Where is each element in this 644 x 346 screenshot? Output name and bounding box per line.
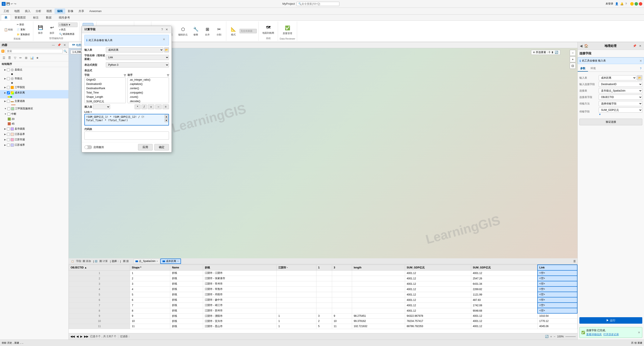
layer-item-45[interactable]: 45 xyxy=(0,121,68,126)
mode-btn[interactable]: 📐模式 xyxy=(228,25,239,37)
command-search-input[interactable] xyxy=(302,2,334,5)
layer-checkbox[interactable] xyxy=(7,91,10,94)
menu-edit[interactable]: 编辑 xyxy=(54,8,65,14)
menu-axwoman[interactable]: Axwoman xyxy=(87,9,104,14)
layer-checkbox[interactable] xyxy=(7,68,10,71)
detail-link[interactable]: 查看详细信息 xyxy=(586,333,602,336)
copy-btn[interactable]: 📄 复制 xyxy=(15,27,31,32)
layer-item-service-area[interactable]: ▼ 三甲医院服务区 xyxy=(0,106,68,111)
layer-checkbox[interactable] xyxy=(7,127,10,130)
ribbon-tab-label[interactable]: 标注 xyxy=(30,15,42,21)
zoom-out-btn[interactable]: − xyxy=(570,50,576,56)
table-row[interactable]: 88折线江阴市 - 苏州市4001.129048.68<空> xyxy=(69,308,578,313)
quality-btn[interactable]: ✅质量管理 xyxy=(281,24,294,36)
user-btn[interactable]: 👤 xyxy=(615,2,618,5)
layer-item-hospital[interactable]: ▶ 三甲医院 xyxy=(0,85,68,90)
prev-btn[interactable]: ◀ xyxy=(76,335,78,338)
ribbon-tab-table[interactable]: 表 xyxy=(1,15,11,21)
save-edits-btn[interactable]: 💾保存 xyxy=(35,23,46,36)
col-1[interactable]: 1 xyxy=(316,265,332,270)
table-tab-spatial[interactable]: 点_SpatialJoin ✕ xyxy=(134,259,160,264)
field-shapelength[interactable]: Shape_Length xyxy=(84,95,126,99)
helper-asint[interactable]: .as_integer_ratio() xyxy=(128,78,169,82)
fields-list[interactable]: OriginID DestinationID DestinationRank T… xyxy=(84,77,126,103)
col-origin[interactable]: 江阴市 - xyxy=(276,265,316,270)
dialog-input-table-select[interactable]: 成本距离 xyxy=(106,47,163,52)
layer-checkbox[interactable] xyxy=(7,86,10,89)
dialog-help-btn[interactable]: ? xyxy=(160,27,164,32)
merge-btn[interactable]: ⊞合并 xyxy=(202,25,213,37)
dialog-expr-type-select[interactable]: Python 3 xyxy=(106,62,169,68)
undo-toggle[interactable] xyxy=(84,145,92,149)
split-btn[interactable]: ✂分割 xyxy=(214,25,224,37)
grid-icon-btn[interactable]: ⊞ xyxy=(24,55,29,60)
tab-env[interactable]: 环境 xyxy=(588,66,598,72)
layer-item-county-point[interactable]: ▶ 县级点 xyxy=(0,67,68,72)
field-gdp1[interactable]: SUM_GDP亿元 xyxy=(84,99,126,103)
maximize-btn[interactable] xyxy=(634,2,638,6)
history-link[interactable]: 打开历史记录 xyxy=(604,333,619,336)
layer-checkbox[interactable] xyxy=(7,100,10,103)
col-type[interactable]: 折线 xyxy=(203,265,276,270)
expr-textarea[interactable]: !SUM_GDP亿元_1! * !SUM_GDP亿元_12! / (! Tota… xyxy=(84,114,169,125)
ok-btn[interactable]: 确定 xyxy=(154,144,169,150)
star-icon-btn[interactable]: ★ xyxy=(35,55,40,60)
layer-item-county-area[interactable]: ▶ 县市级面 xyxy=(0,126,68,131)
edit-icon-btn[interactable]: ✏ xyxy=(18,55,23,60)
layer-checkbox[interactable] xyxy=(7,138,10,141)
notification-btn[interactable]: 🔔 xyxy=(620,2,624,5)
helper-list[interactable]: .as_integer_ratio() .capitalize() .cente… xyxy=(128,77,169,103)
menu-insert[interactable]: 插入 xyxy=(22,8,33,14)
tab-close-icon[interactable]: ✕ xyxy=(156,260,158,262)
input-table-select[interactable]: 成本距离 xyxy=(599,75,636,80)
redo-btn[interactable]: ↪ xyxy=(14,2,16,6)
layer-item-jiangsu-province[interactable]: ▶ 江苏省界 xyxy=(0,142,68,148)
tab-close-cost-icon[interactable]: ✕ xyxy=(177,260,179,262)
col-gdp2[interactable]: SUM_GDP亿元 xyxy=(471,265,538,270)
next-btn[interactable]: ▶ xyxy=(80,335,82,338)
help-btn[interactable]: ? xyxy=(625,2,627,5)
tab-help[interactable]: ? xyxy=(637,66,644,72)
menu-view[interactable]: 视图 xyxy=(44,8,54,14)
layer-checkbox[interactable] xyxy=(7,133,10,136)
ribbon-tab-linear[interactable]: 线性参考 xyxy=(55,15,74,21)
col-objectid[interactable]: OBJECTID ▲ xyxy=(69,265,130,270)
dialog-browse-btn[interactable]: 📂 xyxy=(164,47,169,52)
field-btn[interactable]: 字段: 圖 添加 xyxy=(75,259,92,263)
layer-checkbox[interactable] xyxy=(7,143,10,146)
panel-minimize-btn[interactable]: — xyxy=(51,43,56,47)
transfer-select[interactable]: 选择传输字段 xyxy=(599,101,642,106)
table-row[interactable]: 99折线江阴市 - 漂阳市13998.27545194322.967978400… xyxy=(69,313,578,318)
layer-search-input[interactable] xyxy=(5,49,63,53)
ribbon-tab-data[interactable]: 数据 xyxy=(42,15,55,21)
full-extent-btn[interactable]: ⊡ xyxy=(570,63,576,69)
discard-btn[interactable]: ↩放弃 xyxy=(46,23,57,36)
col-name[interactable]: Name xyxy=(170,265,203,270)
table-row[interactable]: 66折线江阴市 - 扬中市4001.12487.83<空> xyxy=(69,297,578,303)
ribbon-tab-feature[interactable]: 要素图层 xyxy=(11,15,30,21)
connect-btn[interactable]: 圖 接 xyxy=(122,259,130,263)
field-totaltime[interactable]: Total_Time xyxy=(84,90,126,95)
save-toolbar-btn[interactable]: 💾 xyxy=(6,2,10,6)
panel-pin-btn[interactable]: 📌 xyxy=(56,43,62,47)
layer-item-jiangsu-city[interactable]: ▶ 江苏市届 xyxy=(0,137,68,142)
dialog-field-select[interactable]: Link xyxy=(106,55,169,60)
layer-item-city-point[interactable]: ▶ 市级点 xyxy=(0,76,68,81)
op-divide[interactable]: / xyxy=(142,104,147,109)
menu-imagery[interactable]: 影像 xyxy=(65,8,76,14)
menu-project[interactable]: 工程 xyxy=(1,8,12,14)
right-panel-pin-btn[interactable]: 📌 xyxy=(632,44,637,48)
menu-analysis[interactable]: 分析 xyxy=(33,8,44,14)
expr-scroll-up[interactable]: ▲ xyxy=(165,115,168,118)
minimize-btn[interactable] xyxy=(630,2,634,6)
grid-btn[interactable]: 🗺地面到检网 xyxy=(260,23,276,36)
input-join-select[interactable]: DestinationID xyxy=(599,82,642,87)
layer-item-jiangsu-county[interactable]: ▶ 江苏县界 xyxy=(0,131,68,137)
menu-map[interactable]: 地图 xyxy=(12,8,22,14)
op-equals[interactable]: = xyxy=(162,104,169,109)
panel-close-btn[interactable]: ✕ xyxy=(63,43,67,47)
next-last-btn[interactable]: ▶▶ xyxy=(84,335,88,338)
list-icon-btn[interactable]: ☰ xyxy=(1,55,6,60)
paste-btn[interactable]: 📋粘贴 xyxy=(2,26,14,34)
expand-transfer-btn[interactable]: ▼ xyxy=(599,113,642,116)
